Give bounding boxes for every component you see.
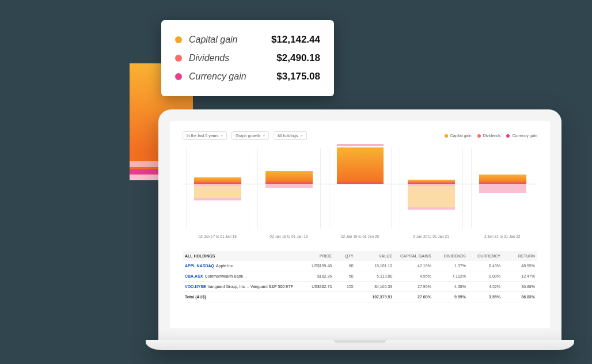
date-range-select[interactable]: In the last 5 years (183, 131, 227, 140)
legend-item-dividends: Dividends (477, 134, 501, 138)
tooltip-value: $2,490.18 (276, 52, 320, 64)
select-value: All holdings (278, 134, 298, 138)
holding-name: Commonwealth Bank… (205, 274, 248, 278)
table-row[interactable]: VOO.NYSEVanguard Group, Inc. – Vanguard … (183, 282, 537, 292)
table-row[interactable]: CBA.ASXCommonwealth Bank…$102.26505,113.… (183, 271, 537, 282)
chart-x-label: 02 Jan 17 to 01 Jan 18 (186, 234, 249, 238)
legend-item-currency-gain: Currency gain (506, 134, 537, 138)
select-value: In the last 5 years (187, 134, 218, 138)
total-value: 107,379.51 (354, 295, 393, 299)
legend-label: Currency gain (512, 134, 537, 138)
chart-bar-group (471, 148, 534, 229)
cell-dividends: 1.37% (431, 264, 466, 268)
select-value: Graph growth (236, 134, 260, 138)
table-header-row: ALL HOLDINGS PRICE QTY VALUE CAPITAL GAI… (183, 251, 537, 261)
total-return: 36.03% (500, 295, 535, 299)
tooltip-label: Capital gain (189, 35, 271, 45)
chart-x-label: 2 Jan 21 to 01 Jan 22 (470, 234, 534, 238)
laptop-mockup: In the last 5 years Graph growth All hol… (158, 109, 561, 350)
col-header-return: RETURN (500, 254, 535, 258)
capital-gain-dot-icon (175, 36, 182, 43)
cell-name: CBA.ASXCommonwealth Bank… (185, 274, 297, 278)
chart-x-label: 2 Jan 20 to 01 Jan 21 (400, 234, 463, 238)
bar-segment-dividends (265, 184, 313, 188)
cell-return: 36.88% (500, 285, 535, 289)
holding-symbol-link[interactable]: APPL.NASDAQ (185, 264, 214, 268)
cell-return: 48.95% (500, 264, 535, 268)
chart-legend: Capital gain Dividends Currency gain (445, 134, 537, 138)
col-header-dividends: DIVIDENDS (431, 254, 466, 258)
cell-value: 5,113.00 (354, 274, 393, 278)
tooltip-value: $12,142.44 (271, 34, 320, 46)
col-header-capital-gains: CAPITAL GAINS (392, 254, 431, 258)
cell-price: US$382.73 (297, 285, 332, 289)
tooltip-label: Currency gain (189, 71, 276, 82)
bar-segment-currency-gain (337, 183, 384, 184)
holdings-table: ALL HOLDINGS PRICE QTY VALUE CAPITAL GAI… (183, 251, 537, 302)
growth-bar-chart (183, 148, 537, 229)
cell-price: $102.26 (297, 274, 332, 278)
cell-name: APPL.NASDAQApple Inc (185, 264, 297, 268)
holding-symbol-link[interactable]: CBA.ASX (185, 274, 203, 278)
cell-currency: 4.52% (466, 285, 500, 289)
cell-capital-gains: 27.95% (392, 285, 431, 289)
table-row[interactable]: APPL.NASDAQApple IncUS$159.488018,101.12… (183, 261, 537, 271)
chart-x-label: 02 Jan 18 to 01 Jan 19 (257, 234, 321, 238)
laptop-notch (334, 340, 386, 343)
chart-bar-group (186, 148, 249, 229)
currency-gain-dot-icon (506, 134, 510, 138)
chart-bar-group (257, 148, 321, 229)
cell-value: 18,101.12 (354, 264, 393, 268)
bar-segment-capital-gain (265, 171, 313, 184)
capital-gain-dot-icon (445, 134, 448, 138)
chart-bar-group (329, 148, 392, 229)
tooltip-value: $3,175.08 (276, 71, 320, 82)
chart-x-labels: 02 Jan 17 to 01 Jan 1802 Jan 18 to 01 Ja… (183, 234, 537, 238)
chart-bar-group (400, 148, 463, 229)
dividends-dot-icon (477, 134, 481, 138)
legend-item-capital-gain: Capital gain (445, 134, 472, 138)
holding-name: Apple Inc (216, 264, 233, 268)
chart-x-label: 02 Jan 19 to 01 Jan 20 (328, 234, 392, 238)
cell-currency: 0.00% (466, 274, 500, 278)
cell-capital-gains: 47.15% (392, 264, 431, 268)
cell-qty: 155 (332, 285, 354, 289)
cell-qty: 80 (332, 264, 354, 268)
laptop-base (146, 340, 574, 350)
tooltip-row-currency-gain: Currency gain $3,175.08 (175, 67, 320, 86)
cell-name: VOO.NYSEVanguard Group, Inc. – Vanguard … (185, 285, 297, 289)
table-total-row: Total (AU$) 107,379.51 27.00% 9.55% 3.55… (183, 292, 537, 302)
cell-return: 12.47% (500, 274, 535, 278)
col-header-currency: CURRENCY (466, 254, 500, 258)
tooltip-label: Dividends (189, 53, 276, 63)
dividends-dot-icon (175, 55, 182, 62)
plot-type-select[interactable]: Graph growth (232, 131, 268, 140)
bar-segment-dividends (337, 144, 384, 147)
cell-qty: 50 (332, 274, 354, 278)
holding-symbol-link[interactable]: VOO.NYSE (185, 285, 206, 289)
legend-label: Capital gain (450, 134, 472, 138)
col-header-value: VALUE (354, 254, 393, 258)
total-label: Total (AU$) (185, 295, 297, 299)
col-header-qty: QTY (332, 254, 354, 258)
cell-capital-gains: 4.95% (392, 274, 431, 278)
bar-segment-capital-loss (194, 186, 241, 198)
bar-segment-dividends (479, 184, 526, 193)
cell-dividends: 4.38% (431, 285, 466, 289)
cell-price: US$159.48 (297, 264, 332, 268)
grouping-select[interactable]: All holdings (274, 131, 307, 140)
tooltip-row-dividends: Dividends $2,490.18 (175, 49, 320, 67)
col-header-price: PRICE (297, 254, 332, 258)
cell-value: 84,165.39 (354, 285, 393, 289)
tooltip-row-capital-gain: Capital gain $12,142.44 (175, 31, 320, 49)
cell-currency: 0.43% (466, 264, 500, 268)
dashboard-app: In the last 5 years Graph growth All hol… (170, 121, 550, 328)
filter-bar: In the last 5 years Graph growth All hol… (183, 131, 537, 140)
cell-dividends: 7.102% (431, 274, 466, 278)
bar-segment-capital-gain (337, 147, 384, 184)
total-dividends: 9.55% (431, 295, 466, 299)
total-capital-gain: 27.00% (392, 295, 431, 299)
legend-label: Dividends (483, 134, 501, 138)
breakdown-tooltip: Capital gain $12,142.44 Dividends $2,490… (161, 20, 334, 96)
currency-gain-dot-icon (175, 73, 182, 80)
